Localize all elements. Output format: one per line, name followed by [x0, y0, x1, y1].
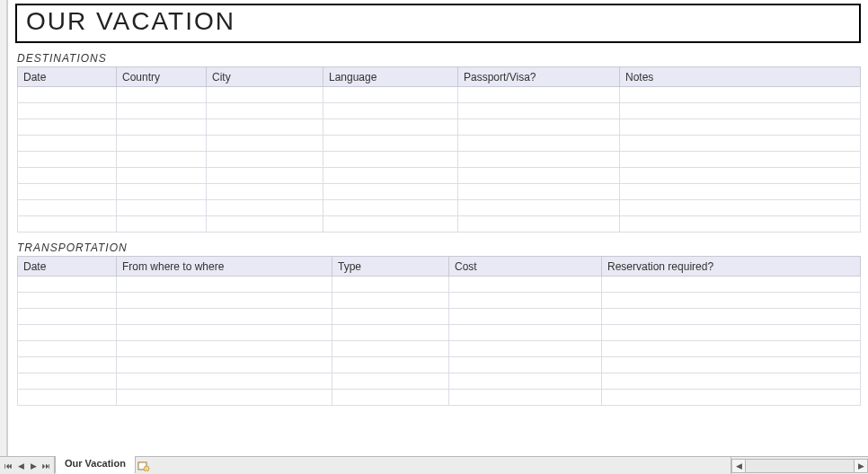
cell[interactable] — [602, 373, 861, 390]
cell[interactable] — [18, 152, 117, 168]
cell[interactable] — [602, 325, 861, 341]
cell[interactable] — [207, 136, 323, 152]
cell[interactable] — [323, 184, 458, 200]
cell[interactable] — [117, 119, 207, 136]
cell[interactable] — [458, 87, 620, 103]
cell[interactable] — [458, 119, 620, 136]
cell[interactable] — [18, 200, 117, 216]
cell[interactable] — [18, 341, 117, 357]
cell[interactable] — [18, 168, 117, 184]
cell[interactable] — [323, 103, 458, 119]
horizontal-scrollbar[interactable]: ◀ ▶ — [731, 457, 868, 474]
cell[interactable] — [117, 325, 332, 341]
cell[interactable] — [602, 293, 861, 309]
cell[interactable] — [18, 276, 117, 293]
col-cost[interactable]: Cost — [449, 257, 602, 276]
cell[interactable] — [18, 136, 117, 152]
cell[interactable] — [18, 309, 117, 325]
col-type[interactable]: Type — [332, 257, 449, 276]
cell[interactable] — [458, 200, 620, 216]
col-passport[interactable]: Passport/Visa? — [458, 67, 620, 87]
cell[interactable] — [18, 103, 117, 119]
cell[interactable] — [18, 293, 117, 309]
cell[interactable] — [620, 216, 861, 233]
cell[interactable] — [449, 357, 602, 373]
cell[interactable] — [117, 293, 332, 309]
cell[interactable] — [323, 119, 458, 136]
tab-last-icon[interactable]: ⏭ — [40, 460, 52, 472]
cell[interactable] — [323, 152, 458, 168]
scroll-left-icon[interactable]: ◀ — [731, 459, 746, 473]
cell[interactable] — [332, 293, 449, 309]
tab-first-icon[interactable]: ⏮ — [2, 460, 14, 472]
cell[interactable] — [117, 184, 207, 200]
cell[interactable] — [207, 87, 323, 103]
cell[interactable] — [620, 184, 861, 200]
cell[interactable] — [458, 216, 620, 233]
cell[interactable] — [620, 152, 861, 168]
cell[interactable] — [449, 325, 602, 341]
cell[interactable] — [117, 152, 207, 168]
cell[interactable] — [18, 119, 117, 136]
cell[interactable] — [602, 357, 861, 373]
cell[interactable] — [602, 341, 861, 357]
cell[interactable] — [207, 216, 323, 233]
cell[interactable] — [323, 216, 458, 233]
cell[interactable] — [620, 168, 861, 184]
cell[interactable] — [117, 390, 332, 406]
cell[interactable] — [323, 200, 458, 216]
cell[interactable] — [117, 168, 207, 184]
cell[interactable] — [332, 276, 449, 293]
new-sheet-icon[interactable] — [136, 457, 152, 474]
cell[interactable] — [207, 168, 323, 184]
cell[interactable] — [449, 341, 602, 357]
cell[interactable] — [117, 373, 332, 390]
cell[interactable] — [323, 168, 458, 184]
cell[interactable] — [117, 341, 332, 357]
cell[interactable] — [449, 309, 602, 325]
cell[interactable] — [117, 200, 207, 216]
col-date[interactable]: Date — [18, 67, 117, 87]
cell[interactable] — [458, 184, 620, 200]
cell[interactable] — [602, 390, 861, 406]
cell[interactable] — [117, 216, 207, 233]
col-notes[interactable]: Notes — [620, 67, 861, 87]
cell[interactable] — [620, 119, 861, 136]
col-city[interactable]: City — [207, 67, 323, 87]
scroll-track[interactable] — [746, 459, 854, 473]
col-country[interactable]: Country — [117, 67, 207, 87]
cell[interactable] — [117, 357, 332, 373]
cell[interactable] — [620, 200, 861, 216]
cell[interactable] — [117, 136, 207, 152]
col-reservation[interactable]: Reservation required? — [602, 257, 861, 276]
cell[interactable] — [620, 136, 861, 152]
cell[interactable] — [18, 87, 117, 103]
cell[interactable] — [207, 200, 323, 216]
cell[interactable] — [449, 390, 602, 406]
tab-next-icon[interactable]: ▶ — [27, 460, 40, 472]
col-language[interactable]: Language — [323, 67, 458, 87]
cell[interactable] — [449, 373, 602, 390]
cell[interactable] — [458, 136, 620, 152]
cell[interactable] — [458, 103, 620, 119]
cell[interactable] — [323, 136, 458, 152]
cell[interactable] — [207, 184, 323, 200]
cell[interactable] — [449, 276, 602, 293]
cell[interactable] — [207, 119, 323, 136]
cell[interactable] — [620, 87, 861, 103]
cell[interactable] — [18, 373, 117, 390]
cell[interactable] — [332, 309, 449, 325]
cell[interactable] — [117, 309, 332, 325]
col-fromto[interactable]: From where to where — [117, 257, 332, 276]
cell[interactable] — [18, 325, 117, 341]
cell[interactable] — [332, 390, 449, 406]
tab-prev-icon[interactable]: ◀ — [14, 460, 27, 472]
cell[interactable] — [207, 103, 323, 119]
cell[interactable] — [620, 103, 861, 119]
cell[interactable] — [18, 184, 117, 200]
cell[interactable] — [332, 341, 449, 357]
scroll-right-icon[interactable]: ▶ — [854, 459, 868, 473]
cell[interactable] — [18, 357, 117, 373]
cell[interactable] — [332, 357, 449, 373]
cell[interactable] — [458, 168, 620, 184]
